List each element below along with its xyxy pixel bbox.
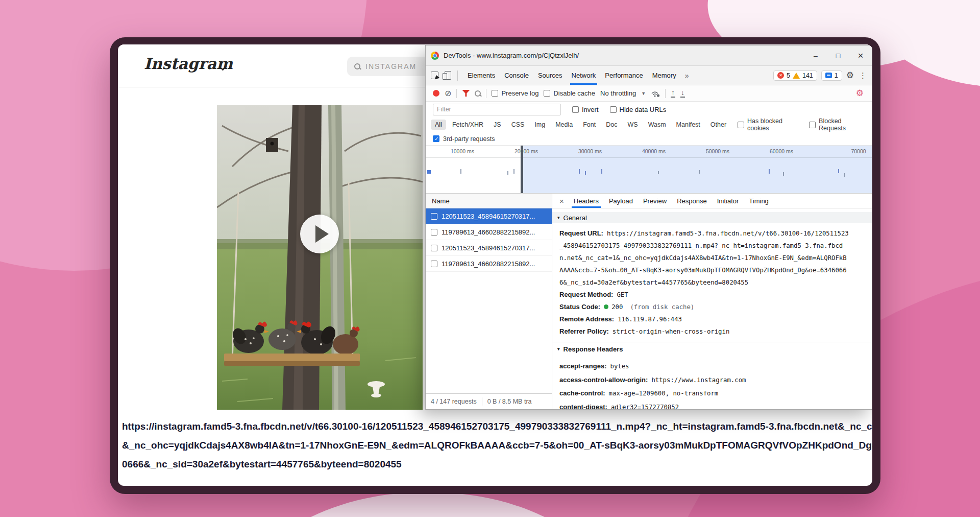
filter-input[interactable] bbox=[433, 104, 561, 115]
requests-column-header[interactable]: Name bbox=[426, 194, 552, 208]
maximize-button[interactable]: □ bbox=[827, 45, 849, 65]
caption-url: https://instagram.famd5-3.fna.fbcdn.net/… bbox=[122, 417, 868, 474]
inspect-element-icon[interactable] bbox=[431, 72, 438, 79]
response-headers-section-header[interactable]: ▾ Response Headers bbox=[552, 342, 872, 356]
chip-img[interactable]: Img bbox=[530, 120, 549, 130]
hide-data-urls-toggle[interactable]: Hide data URLs bbox=[610, 106, 667, 113]
chip-ws[interactable]: WS bbox=[623, 120, 642, 130]
chip-font[interactable]: Font bbox=[579, 120, 600, 130]
chip-other[interactable]: Other bbox=[706, 120, 730, 130]
chip-media[interactable]: Media bbox=[551, 120, 577, 130]
status-code-row: Status Code:200(from disk cache) bbox=[559, 301, 865, 313]
tab-console[interactable]: Console bbox=[500, 66, 533, 85]
tab-payload[interactable]: Payload bbox=[604, 194, 638, 208]
request-method-row: Request Method:GET bbox=[559, 289, 865, 301]
status-ok-icon bbox=[604, 304, 608, 309]
response-headers-body: accept-ranges:bytes access-control-allow… bbox=[552, 356, 872, 409]
issues-badge[interactable]: 1 bbox=[821, 70, 842, 81]
tab-elements[interactable]: Elements bbox=[463, 66, 500, 85]
status-code-label: Status Code: bbox=[559, 303, 600, 311]
timeline-activity-tick bbox=[658, 171, 659, 174]
filter-icon[interactable] bbox=[462, 90, 470, 97]
tab-sources[interactable]: Sources bbox=[533, 66, 567, 85]
header-value: https://www.instagram.com bbox=[651, 377, 746, 384]
blocked-requests-toggle[interactable]: Blocked Requests bbox=[809, 118, 867, 132]
chip-manifest[interactable]: Manifest bbox=[672, 120, 704, 130]
warning-icon bbox=[793, 73, 800, 79]
request-row[interactable]: 120511523_45894615270317... bbox=[426, 240, 552, 256]
checkbox[interactable] bbox=[572, 106, 579, 113]
third-party-checkbox[interactable] bbox=[433, 135, 439, 142]
general-section-label: General bbox=[564, 214, 587, 222]
checkbox[interactable] bbox=[431, 261, 437, 267]
checkbox[interactable] bbox=[544, 90, 550, 97]
response-header-row: accept-ranges:bytes bbox=[559, 360, 865, 373]
import-har-icon[interactable]: ↑ bbox=[671, 89, 675, 98]
search-icon[interactable] bbox=[475, 90, 481, 97]
play-icon[interactable] bbox=[300, 215, 339, 253]
timeline-overview[interactable]: 10000 ms 20000 ms 30000 ms 40000 ms 5000… bbox=[426, 146, 872, 194]
throttling-dropdown[interactable]: No throttling ▼ bbox=[600, 89, 646, 97]
triangle-down-icon: ▾ bbox=[557, 346, 560, 351]
chip-js[interactable]: JS bbox=[489, 120, 505, 130]
instagram-logo[interactable]: Instagram bbox=[144, 55, 233, 73]
checkbox[interactable] bbox=[610, 106, 617, 113]
overflow-menu-icon[interactable]: ⋮ bbox=[858, 71, 868, 80]
request-row[interactable]: 120511523_45894615270317... bbox=[426, 208, 552, 224]
request-method-label: Request Method: bbox=[559, 291, 613, 298]
tab-timing[interactable]: Timing bbox=[744, 194, 773, 208]
general-section-header[interactable]: ▾ General bbox=[552, 212, 872, 223]
timeline-tick-label: 30000 ms bbox=[578, 148, 602, 154]
checkbox[interactable] bbox=[431, 229, 437, 236]
chip-fetch-xhr[interactable]: Fetch/XHR bbox=[448, 120, 487, 130]
chip-wasm[interactable]: Wasm bbox=[644, 120, 670, 130]
tab-memory[interactable]: Memory bbox=[648, 66, 681, 85]
chip-doc[interactable]: Doc bbox=[602, 120, 621, 130]
request-row[interactable]: 119789613_46602882215892... bbox=[426, 224, 552, 240]
invert-toggle[interactable]: Invert bbox=[572, 106, 599, 113]
tab-preview[interactable]: Preview bbox=[639, 194, 671, 208]
errors-warnings-badge[interactable]: 5 141 bbox=[773, 70, 817, 81]
more-tabs-icon[interactable]: » bbox=[681, 72, 693, 80]
chip-css[interactable]: CSS bbox=[507, 120, 529, 130]
timeline-tick-label: 40000 ms bbox=[642, 148, 666, 154]
header-key: accept-ranges: bbox=[559, 362, 606, 370]
checkbox[interactable] bbox=[809, 122, 816, 128]
preserve-log-toggle[interactable]: Preserve log bbox=[492, 89, 538, 97]
video-thumbnail[interactable] bbox=[217, 105, 423, 410]
checkbox[interactable] bbox=[431, 213, 437, 220]
search-input[interactable]: INSTAGRAM bbox=[365, 62, 416, 70]
network-conditions-icon[interactable] bbox=[651, 90, 660, 97]
referrer-policy-value: strict-origin-when-cross-origin bbox=[612, 328, 730, 335]
device-toolbar-icon[interactable] bbox=[445, 71, 451, 80]
record-button[interactable] bbox=[433, 90, 439, 97]
minimize-button[interactable]: – bbox=[804, 45, 827, 65]
has-blocked-cookies-toggle[interactable]: Has blocked cookies bbox=[738, 118, 802, 132]
close-details-icon[interactable]: × bbox=[555, 197, 568, 205]
request-url-label: Request URL: bbox=[559, 229, 603, 237]
settings-gear-icon[interactable]: ⚙ bbox=[842, 70, 858, 81]
tab-performance[interactable]: Performance bbox=[600, 66, 647, 85]
export-har-icon[interactable]: ↓ bbox=[680, 89, 685, 98]
disable-cache-toggle[interactable]: Disable cache bbox=[544, 89, 595, 97]
request-url-value: https://instagram.famd5-3.fna.fbcdn.net/… bbox=[607, 230, 849, 237]
error-icon bbox=[777, 72, 784, 79]
close-button[interactable]: × bbox=[849, 45, 872, 65]
tab-response[interactable]: Response bbox=[672, 194, 712, 208]
tab-network[interactable]: Network bbox=[567, 66, 601, 85]
devtools-titlebar[interactable]: DevTools - www.instagram.com/p/CjQtzxlJe… bbox=[426, 45, 872, 66]
devtools-window: DevTools - www.instagram.com/p/CjQtzxlJe… bbox=[425, 45, 872, 410]
timeline-request-marker bbox=[427, 170, 431, 174]
request-row[interactable]: 119789613_46602882215892... bbox=[426, 256, 552, 272]
chip-all[interactable]: All bbox=[431, 120, 446, 130]
tab-headers[interactable]: Headers bbox=[569, 194, 603, 208]
divider bbox=[486, 89, 486, 98]
tab-initiator[interactable]: Initiator bbox=[713, 194, 744, 208]
clear-icon[interactable]: ⊘ bbox=[445, 89, 451, 98]
checkbox[interactable] bbox=[738, 122, 744, 128]
network-settings-gear-icon[interactable]: ⚙ bbox=[852, 88, 868, 99]
chrome-logo-icon bbox=[431, 52, 439, 60]
checkbox[interactable] bbox=[492, 90, 498, 97]
checkbox[interactable] bbox=[431, 245, 437, 251]
request-url-value: _458946152703175_499790333832769111_n.mp… bbox=[559, 242, 843, 249]
